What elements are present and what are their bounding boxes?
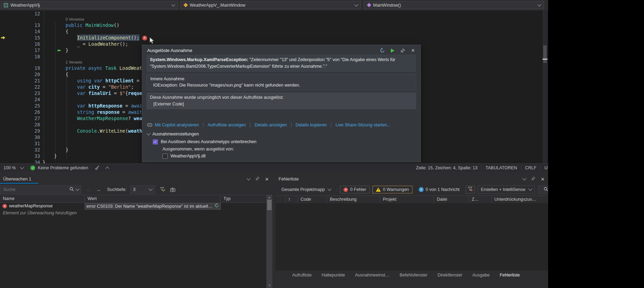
warnings-filter-button[interactable]: 0 Warnungen	[372, 186, 412, 193]
watch-title-bar[interactable]: Überwachen 1 ✕	[0, 175, 272, 184]
column-header-datei[interactable]: Datei	[434, 196, 469, 204]
pin-icon[interactable]	[400, 48, 405, 53]
tab-aufrufliste[interactable]: Aufrufliste	[292, 273, 312, 278]
filter-errors-button[interactable]	[466, 186, 475, 193]
member-dropdown[interactable]: MainWindow()	[364, 1, 544, 9]
pin-icon[interactable]	[531, 176, 536, 182]
project-dropdown[interactable]: WeatherAppV§	[1, 1, 178, 9]
add-watch-row[interactable]: Element zur Überwachung hinzufügen	[0, 210, 266, 216]
close-icon[interactable]: ✕	[541, 177, 545, 182]
rewind-history-icon[interactable]	[380, 48, 385, 53]
editor-vertical-scrollbar[interactable]	[543, 10, 547, 163]
breakpoint-gutter[interactable]	[0, 28, 6, 35]
tab-haltepunkte[interactable]: Haltepunkte	[322, 273, 345, 278]
breakpoint-gutter[interactable]	[0, 134, 6, 140]
error-list-search-box[interactable]	[538, 185, 548, 194]
show-callstack-link[interactable]: Aufrufliste anzeigen	[207, 123, 246, 127]
breakpoint-gutter[interactable]	[0, 147, 6, 153]
scroll-up-icon[interactable]: ▲	[266, 196, 272, 199]
breakpoint-gutter[interactable]	[0, 115, 6, 121]
expand-up-icon[interactable]	[105, 167, 109, 170]
scrollbar-thumb[interactable]	[543, 45, 547, 63]
column-header-severity[interactable]: !	[286, 196, 298, 204]
exception-error-icon[interactable]: ✕	[142, 36, 147, 40]
breakpoint-gutter[interactable]	[0, 53, 6, 60]
scroll-down-icon[interactable]: ▼	[266, 284, 272, 287]
breakpoint-gutter[interactable]	[0, 109, 6, 115]
messages-filter-button[interactable]: i 0 von 1 Nachricht	[415, 186, 463, 193]
window-position-icon[interactable]	[247, 176, 250, 180]
tab-befehlsfenster[interactable]: Befehlsfenster	[400, 273, 427, 278]
caret-position-indicator[interactable]: Zeile: 15, Zeichen: 4, Spalte: 13	[412, 165, 482, 170]
error-list-body[interactable]	[275, 203, 548, 271]
breakpoint-gutter[interactable]	[0, 103, 6, 109]
tab-ausgabe[interactable]: Ausgabe	[472, 273, 490, 278]
breakpoint-gutter[interactable]	[0, 47, 6, 53]
breakpoint-gutter[interactable]	[0, 22, 6, 28]
breakpoint-gutter[interactable]	[0, 77, 6, 84]
breakpoint-gutter[interactable]	[0, 140, 6, 147]
code-editor[interactable]: 120 Verweise13public MainWindow()14{15In…	[0, 10, 548, 163]
code-cleanup-broom-icon[interactable]	[94, 165, 100, 170]
errors-filter-button[interactable]: ✕ 0 Fehler	[340, 186, 370, 193]
breakpoint-gutter[interactable]	[0, 10, 6, 17]
scope-filter-dropdown[interactable]: Gesamte Projektmapp	[278, 185, 334, 194]
document-health-indicator[interactable]: ✓ Keine Probleme gefunden	[27, 164, 92, 172]
copy-details-link[interactable]: Details kopieren	[296, 123, 327, 127]
break-on-exception-checkbox[interactable]: ✓	[153, 139, 158, 145]
watch-item-value[interactable]: error CS0103: Der Name "weatherMapRespon…	[85, 203, 221, 209]
tab-fehlerliste[interactable]: Fehlerliste	[500, 273, 520, 278]
pin-icon[interactable]	[255, 176, 260, 182]
tab-direktfenster[interactable]: Direktfenster	[438, 273, 462, 278]
run-to-click-icon[interactable]: ▶▶	[58, 47, 60, 53]
previous-result-button[interactable]: ←	[86, 187, 91, 192]
breakpoint-gutter[interactable]	[0, 90, 6, 96]
module-exclude-checkbox[interactable]	[162, 154, 168, 159]
show-details-link[interactable]: Details anzeigen	[255, 123, 287, 127]
watch-search-input[interactable]	[2, 187, 67, 192]
watch-item-name[interactable]: ✕ weatherMapResponse	[0, 203, 85, 209]
chevron-down-icon[interactable]	[75, 187, 79, 191]
breakpoint-gutter[interactable]	[0, 41, 6, 47]
filter-pencil-icon[interactable]	[160, 187, 165, 192]
column-header-projekt[interactable]: Projekt	[380, 196, 434, 204]
column-header-code[interactable]: Code	[298, 196, 327, 204]
search-depth-dropdown[interactable]: 3	[130, 185, 155, 194]
source-filter-dropdown[interactable]: Erstellen + IntelliSense	[478, 185, 535, 194]
indent-mode-indicator[interactable]: TABULATOREN	[482, 165, 521, 170]
current-statement-arrow-icon[interactable]	[0, 35, 6, 41]
callstack-entry[interactable]: [Externer Code]	[150, 101, 413, 108]
codelens-references[interactable]: 0 Verweise	[43, 17, 84, 22]
class-dropdown[interactable]: WeatherAppV_.MainWindow	[180, 1, 361, 9]
window-position-icon[interactable]	[522, 176, 526, 180]
line-ending-indicator[interactable]: CRLF	[521, 165, 540, 170]
refresh-icon[interactable]	[214, 203, 219, 209]
exception-settings-expander[interactable]: Ausnahmeeinstellungen	[147, 132, 416, 136]
breakpoint-gutter[interactable]	[0, 128, 6, 134]
encoding-indicator[interactable]: UTF-8 with BO	[540, 165, 548, 170]
breakpoint-gutter[interactable]	[0, 159, 6, 163]
breakpoint-gutter[interactable]	[0, 121, 6, 128]
column-header-wert[interactable]: Wert	[85, 195, 221, 202]
watch-search-box[interactable]	[0, 185, 81, 194]
breakpoint-gutter[interactable]	[0, 96, 6, 103]
analyze-with-copilot-link[interactable]: Mit Copilot analysieren	[155, 123, 199, 127]
close-icon[interactable]: ✕	[411, 48, 415, 53]
breakpoint-gutter[interactable]	[0, 84, 6, 90]
scrollbar-thumb[interactable]	[267, 200, 272, 210]
close-icon[interactable]: ✕	[265, 177, 269, 182]
breakpoint-gutter[interactable]	[0, 71, 6, 77]
watch-vertical-scrollbar[interactable]: ▲ ▼	[266, 195, 272, 288]
continue-execution-icon[interactable]	[391, 49, 394, 53]
column-header-beschreibung[interactable]: Beschreibung	[327, 196, 380, 204]
error-list-title-bar[interactable]: Fehlerliste ✕	[275, 175, 548, 184]
codelens-references[interactable]: 1 Verweis	[43, 60, 82, 65]
column-header-zeile[interactable]: Z…	[469, 196, 492, 204]
start-live-share-link[interactable]: Live Share-Sitzung starten...	[335, 123, 391, 127]
zoom-dropdown[interactable]: 100 %	[0, 164, 27, 172]
error-list-search-input[interactable]	[540, 187, 541, 192]
breakpoint-gutter[interactable]	[0, 153, 6, 159]
column-header-name[interactable]: Name	[0, 195, 85, 202]
breakpoint-gutter[interactable]	[0, 65, 6, 71]
camera-icon[interactable]	[170, 187, 175, 192]
